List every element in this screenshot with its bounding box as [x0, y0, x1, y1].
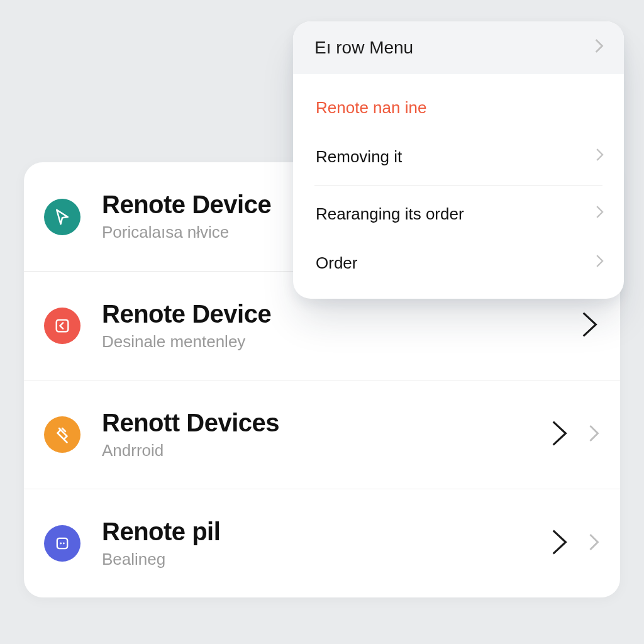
chevron-right-icon [580, 309, 601, 342]
chevron-right-icon [595, 147, 605, 167]
device-title: Renott Devices [102, 409, 550, 436]
menu-divider [314, 185, 602, 186]
menu-item-label: Order [316, 253, 357, 273]
device-title: Renote pil [102, 518, 550, 545]
chevron-right-icon [594, 37, 605, 59]
menu-item-label: Removing it [316, 147, 402, 167]
context-menu-header[interactable]: Eı row Menu [293, 21, 624, 74]
device-row-text: Renote pil Bealineg [102, 518, 550, 569]
context-menu-body: Renote nan ine Removing it Rearanging it… [293, 74, 624, 299]
context-menu-title: Eı row Menu [314, 38, 413, 58]
chevron-right-small-icon [587, 423, 601, 447]
menu-item-label: Rearanging its order [316, 204, 464, 224]
svg-rect-0 [57, 320, 69, 332]
svg-point-2 [60, 543, 62, 545]
chevron-right-icon [550, 527, 571, 560]
device-row-text: Renott Devices Andrroid [102, 409, 550, 460]
device-title: Renote Device [102, 301, 580, 327]
menu-item-rename[interactable]: Renote nan ine [293, 83, 624, 132]
square-chevron-icon [44, 308, 80, 344]
plug-icon [44, 416, 80, 453]
device-subtitle: Desinale mentenley [102, 332, 580, 352]
row-chevrons [580, 309, 601, 342]
menu-item-label: Renote nan ine [316, 98, 426, 118]
svg-rect-1 [57, 538, 67, 548]
chevron-right-icon [595, 204, 605, 225]
device-row-text: Renote Device Desinale mentenley [102, 301, 580, 352]
chevron-right-icon [595, 253, 605, 274]
menu-item-rearrange[interactable]: Rearanging its order [293, 189, 624, 238]
menu-item-order[interactable]: Order [293, 238, 624, 287]
row-chevrons [550, 527, 601, 560]
svg-point-3 [63, 543, 65, 545]
device-subtitle: Andrroid [102, 441, 550, 460]
device-subtitle: Bealineg [102, 550, 550, 569]
chevron-right-icon [550, 418, 571, 451]
dots-box-icon [44, 525, 80, 562]
pointer-icon [44, 199, 80, 235]
menu-item-remove[interactable]: Removing it [293, 132, 624, 181]
device-row-2[interactable]: Renott Devices Andrroid [24, 380, 620, 489]
device-row-3[interactable]: Renote pil Bealineg [24, 489, 620, 597]
chevron-right-small-icon [587, 531, 601, 555]
row-chevrons [550, 418, 601, 451]
context-menu: Eı row Menu Renote nan ine Removing it R… [293, 21, 624, 299]
